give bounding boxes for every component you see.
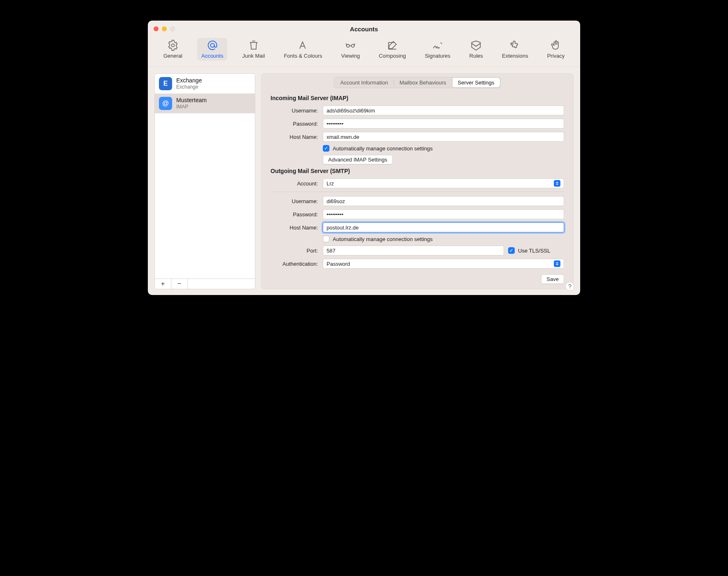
outgoing-username-input[interactable]	[323, 196, 564, 206]
account-name: Musterteam	[176, 97, 207, 104]
toolbar-fonts-colours[interactable]: Fonts & Colours	[280, 38, 326, 61]
outgoing-heading: Outgoing Mail Server (SMTP)	[271, 168, 564, 174]
account-type: IMAP	[176, 104, 207, 110]
at-icon	[207, 40, 218, 51]
account-row-musterteam[interactable]: @ Musterteam IMAP	[155, 94, 255, 113]
toolbar-label: Accounts	[201, 53, 223, 59]
outgoing-auto-checkbox[interactable]: Automatically manage connection settings	[323, 236, 433, 242]
rules-icon	[470, 40, 482, 51]
outgoing-host-input[interactable]	[323, 222, 564, 232]
titlebar: Accounts	[148, 21, 580, 34]
toolbar-rules[interactable]: Rules	[465, 38, 487, 61]
svg-point-1	[210, 43, 214, 47]
toolbar-viewing[interactable]: Viewing	[337, 38, 364, 61]
outgoing-username-label: Username:	[271, 198, 318, 204]
incoming-password-label: Password:	[271, 121, 318, 127]
glasses-icon	[345, 40, 356, 51]
toolbar-label: General	[163, 53, 182, 59]
outgoing-auth-select[interactable]: Password	[323, 259, 564, 269]
tab-account-information[interactable]: Account Information	[335, 78, 394, 87]
account-row-exchange[interactable]: E Exchange Exchange	[155, 74, 255, 94]
toolbar-label: Privacy	[547, 53, 565, 59]
settings-panel: Account Information Mailbox Behaviours S…	[261, 73, 574, 289]
outgoing-account-select[interactable]: Lrz	[323, 178, 564, 188]
accounts-sidebar: E Exchange Exchange @ Musterteam IMAP + …	[154, 73, 255, 289]
toolbar-privacy[interactable]: Privacy	[543, 38, 569, 61]
tab-mailbox-behaviours[interactable]: Mailbox Behaviours	[394, 78, 452, 87]
toolbar-junk-mail[interactable]: Junk Mail	[238, 38, 269, 61]
outgoing-password-input[interactable]	[323, 209, 564, 219]
incoming-username-label: Username:	[271, 108, 318, 114]
tab-bar: Account Information Mailbox Behaviours S…	[261, 74, 573, 93]
checkbox-unchecked-icon	[323, 236, 329, 242]
toolbar-label: Junk Mail	[242, 53, 265, 59]
remove-account-button[interactable]: −	[171, 279, 188, 289]
window-title: Accounts	[148, 26, 580, 33]
content-area: E Exchange Exchange @ Musterteam IMAP + …	[148, 67, 580, 295]
hand-icon	[550, 40, 562, 51]
toolbar-label: Viewing	[341, 53, 360, 59]
preferences-window: Accounts General Accounts Junk Mail Font…	[148, 21, 580, 295]
outgoing-password-label: Password:	[271, 211, 318, 218]
compose-icon	[387, 40, 398, 51]
incoming-host-input[interactable]	[323, 132, 564, 142]
save-button[interactable]: Save	[541, 274, 564, 284]
account-type: Exchange	[176, 84, 202, 90]
use-tls-checkbox[interactable]: ✓ Use TLS/SSL	[508, 247, 551, 254]
incoming-password-input[interactable]	[323, 119, 564, 129]
outgoing-port-label: Port:	[271, 248, 318, 254]
toolbar-accounts[interactable]: Accounts	[197, 38, 227, 61]
chevron-updown-icon	[554, 180, 560, 187]
traffic-lights	[154, 26, 175, 31]
advanced-imap-button[interactable]: Advanced IMAP Settings	[323, 155, 393, 164]
incoming-auto-label: Automatically manage connection settings	[333, 145, 433, 152]
close-window-button[interactable]	[154, 26, 159, 31]
checkbox-checked-icon: ✓	[323, 145, 329, 152]
font-icon	[297, 40, 309, 51]
trash-icon	[248, 40, 259, 51]
incoming-heading: Incoming Mail Server (IMAP)	[271, 95, 564, 101]
toolbar-label: Composing	[379, 53, 406, 59]
svg-point-2	[347, 44, 350, 47]
svg-point-0	[171, 44, 174, 47]
puzzle-icon	[509, 40, 521, 51]
outgoing-account-value: Lrz	[327, 180, 334, 187]
svg-point-3	[352, 44, 355, 47]
sidebar-actions: + −	[155, 279, 255, 289]
toolbar-label: Fonts & Colours	[284, 53, 322, 59]
zoom-window-button[interactable]	[170, 26, 175, 31]
outgoing-port-input[interactable]	[323, 246, 504, 255]
outgoing-auto-label: Automatically manage connection settings	[333, 236, 433, 242]
outgoing-auth-value: Password	[327, 261, 350, 267]
incoming-username-input[interactable]	[323, 105, 564, 115]
chevron-updown-icon	[554, 260, 560, 267]
toolbar-composing[interactable]: Composing	[375, 38, 410, 61]
use-tls-label: Use TLS/SSL	[518, 248, 551, 254]
gear-icon	[167, 40, 179, 51]
add-account-button[interactable]: +	[155, 279, 171, 289]
outgoing-auth-label: Authentication:	[271, 261, 318, 267]
exchange-icon: E	[159, 77, 172, 90]
outgoing-host-label: Host Name:	[271, 225, 318, 231]
incoming-auto-checkbox[interactable]: ✓ Automatically manage connection settin…	[323, 145, 433, 152]
tab-server-settings[interactable]: Server Settings	[452, 78, 500, 87]
toolbar-label: Extensions	[502, 53, 528, 59]
toolbar: General Accounts Junk Mail Fonts & Colou…	[148, 34, 580, 67]
toolbar-label: Signatures	[425, 53, 450, 59]
signature-icon	[432, 40, 443, 51]
toolbar-extensions[interactable]: Extensions	[498, 38, 532, 61]
outgoing-account-label: Account:	[271, 180, 318, 187]
minimize-window-button[interactable]	[162, 26, 167, 31]
checkbox-checked-icon: ✓	[508, 247, 515, 254]
sidebar-action-spacer	[188, 279, 255, 289]
incoming-host-label: Host Name:	[271, 134, 318, 140]
accounts-list: E Exchange Exchange @ Musterteam IMAP	[155, 74, 255, 279]
toolbar-general[interactable]: General	[159, 38, 187, 61]
toolbar-signatures[interactable]: Signatures	[421, 38, 455, 61]
help-button[interactable]: ?	[565, 282, 574, 291]
at-icon: @	[159, 97, 172, 110]
toolbar-label: Rules	[469, 53, 483, 59]
account-name: Exchange	[176, 77, 202, 84]
server-settings-form: Incoming Mail Server (IMAP) Username: Pa…	[261, 95, 573, 269]
divider	[271, 192, 564, 192]
